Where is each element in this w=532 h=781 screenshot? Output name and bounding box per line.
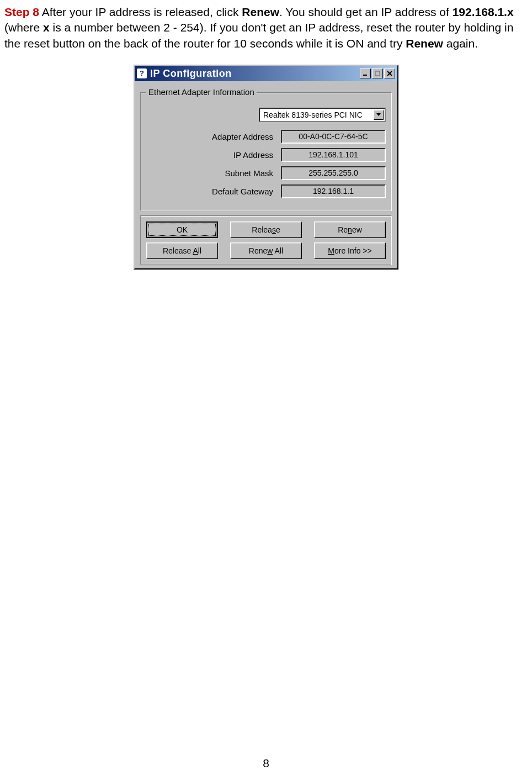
renew-keyword-2: Renew	[406, 37, 443, 50]
svg-rect-1	[375, 71, 380, 76]
adapter-address-value: 00-A0-0C-C7-64-5C	[281, 130, 386, 144]
adapter-address-label: Adapter Address	[212, 131, 273, 143]
screenshot-container: ? IP Configuration	[0, 65, 532, 270]
adapter-dropdown[interactable]: Realtek 8139-series PCI NIC	[259, 108, 386, 122]
ethernet-adapter-group: Ethernet Adapter Information Realtek 813…	[140, 87, 392, 211]
svg-rect-0	[363, 75, 367, 76]
focus-ring	[148, 224, 216, 236]
default-gateway-value: 192.168.1.1	[281, 184, 386, 198]
release-button[interactable]: Release	[230, 221, 302, 238]
chevron-down-icon	[374, 110, 384, 120]
minimize-button[interactable]	[360, 68, 371, 78]
release-all-button[interactable]: Release All	[146, 242, 218, 259]
step-label: Step 8	[4, 6, 39, 18]
app-icon: ?	[137, 68, 147, 78]
svg-marker-4	[376, 113, 381, 116]
renew-all-button[interactable]: Renew All	[230, 242, 302, 259]
default-gateway-label: Default Gateway	[212, 186, 273, 197]
subnet-mask-row: Subnet Mask 255.255.255.0	[146, 166, 386, 180]
renew-keyword: Renew	[242, 6, 279, 18]
subnet-mask-label: Subnet Mask	[225, 168, 273, 179]
groupbox-legend: Ethernet Adapter Information	[146, 87, 257, 98]
step-instruction: Step 8 After your IP address is released…	[0, 4, 532, 51]
close-button[interactable]	[384, 68, 395, 78]
button-panel: OK Release Renew Release All	[140, 215, 392, 265]
ip-pattern: 192.168.1.x	[453, 6, 514, 18]
page-number: 8	[0, 756, 532, 771]
subnet-mask-value: 255.255.255.0	[281, 166, 386, 180]
window-title: IP Configuration	[150, 67, 232, 80]
renew-button[interactable]: Renew	[314, 221, 386, 238]
ip-address-row: IP Address 192.168.1.101	[146, 148, 386, 162]
ok-button[interactable]: OK	[146, 221, 218, 238]
adapter-address-row: Adapter Address 00-A0-0C-C7-64-5C	[146, 130, 386, 144]
more-info-button[interactable]: More Info >>	[314, 242, 386, 259]
window-controls	[360, 68, 395, 78]
maximize-button	[372, 68, 383, 78]
ip-address-label: IP Address	[233, 150, 273, 161]
default-gateway-row: Default Gateway 192.168.1.1	[146, 184, 386, 198]
adapter-selected-value: Realtek 8139-series PCI NIC	[263, 110, 363, 120]
ip-address-value: 192.168.1.101	[281, 148, 386, 162]
titlebar: ? IP Configuration	[135, 66, 397, 81]
ip-config-dialog: ? IP Configuration	[134, 65, 398, 270]
